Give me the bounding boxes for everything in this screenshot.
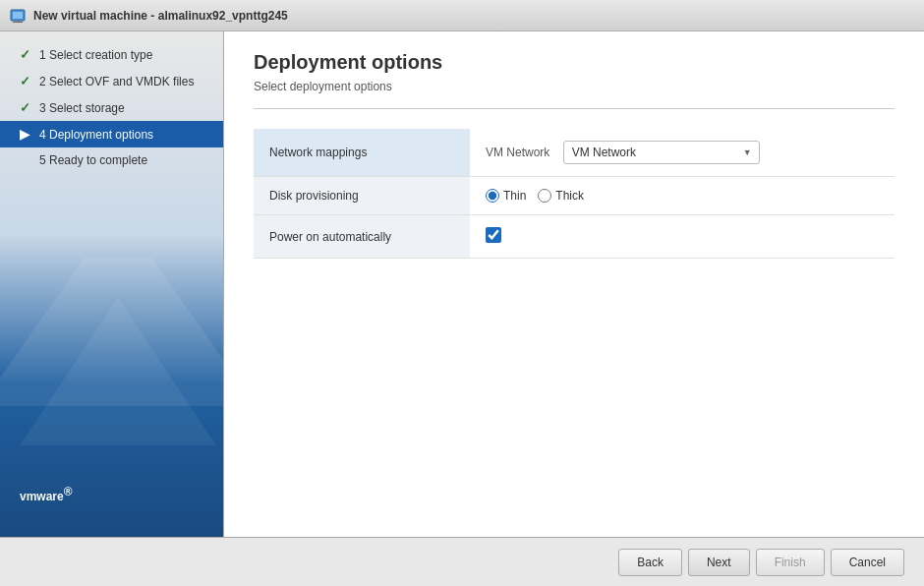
content-divider [254,108,895,109]
sidebar-label-4: 4 Deployment options [39,128,153,142]
thick-radio-text: Thick [555,189,584,203]
vm-network-label: VM Network [486,146,549,159]
sidebar-label-5: 5 Ready to complete [39,153,147,167]
thin-radio[interactable] [486,189,499,203]
titlebar: New virtual machine - almalinux92_vpnttg… [0,0,924,31]
vm-network-select[interactable]: VM Network [563,141,760,164]
power-on-value [470,215,895,259]
finish-button[interactable]: Finish [756,549,825,576]
sidebar-item-select-ovf[interactable]: ✓ 2 Select OVF and VMDK files [0,68,223,94]
svg-rect-3 [13,22,23,23]
disk-provisioning-options: Thin Thick [486,189,879,203]
vm-network-select-wrapper[interactable]: VM Network [563,141,760,164]
back-button[interactable]: Back [618,549,682,576]
step-num-5 [20,153,33,167]
check-icon-4: ▶ [20,127,33,142]
power-on-checkbox[interactable] [486,227,501,243]
content-area: Deployment options Select deployment opt… [224,31,924,537]
sidebar-item-deployment-options[interactable]: ▶ 4 Deployment options [0,121,223,147]
sidebar-item-ready-to-complete[interactable]: 5 Ready to complete [0,147,223,173]
sidebar-decoration [0,258,223,464]
power-on-row: Power on automatically [254,215,895,259]
check-icon-3: ✓ [20,100,33,115]
window-title: New virtual machine - almalinux92_vpnttg… [33,9,288,23]
sidebar-label-3: 3 Select storage [39,101,125,115]
sidebar-label-1: 1 Select creation type [39,48,152,62]
thin-radio-text: Thin [503,189,526,203]
thick-radio[interactable] [538,189,551,203]
page-title: Deployment options [254,51,895,74]
sidebar-label-2: 2 Select OVF and VMDK files [39,75,194,88]
disk-provisioning-row: Disk provisioning Thin Thick [254,177,895,215]
disk-provisioning-label: Disk provisioning [254,177,470,215]
vmware-logo-text: vmware® [20,490,73,503]
footer: Back Next Finish Cancel [0,537,924,586]
sidebar-item-select-storage[interactable]: ✓ 3 Select storage [0,94,223,121]
disk-provisioning-value: Thin Thick [470,177,895,215]
thick-radio-label[interactable]: Thick [538,189,584,203]
network-mappings-value: VM Network VM Network [470,129,895,177]
sidebar: ✓ 1 Select creation type ✓ 2 Select OVF … [0,31,224,537]
svg-rect-1 [13,12,23,19]
power-on-label: Power on automatically [254,215,470,259]
next-button[interactable]: Next [688,549,750,576]
network-mappings-label: Network mappings [254,129,470,177]
vm-icon [10,8,26,24]
cancel-button[interactable]: Cancel [831,549,904,576]
page-subtitle: Select deployment options [254,80,895,93]
sidebar-nav: ✓ 1 Select creation type ✓ 2 Select OVF … [0,31,223,258]
network-mappings-row: Network mappings VM Network VM Network [254,129,895,177]
vmware-logo: vmware® [0,465,223,537]
thin-radio-label[interactable]: Thin [486,189,526,203]
check-icon-2: ✓ [20,74,33,88]
check-icon-1: ✓ [20,47,33,62]
sidebar-item-select-creation-type[interactable]: ✓ 1 Select creation type [0,41,223,68]
options-table: Network mappings VM Network VM Network D… [254,129,895,259]
main-container: ✓ 1 Select creation type ✓ 2 Select OVF … [0,31,924,537]
